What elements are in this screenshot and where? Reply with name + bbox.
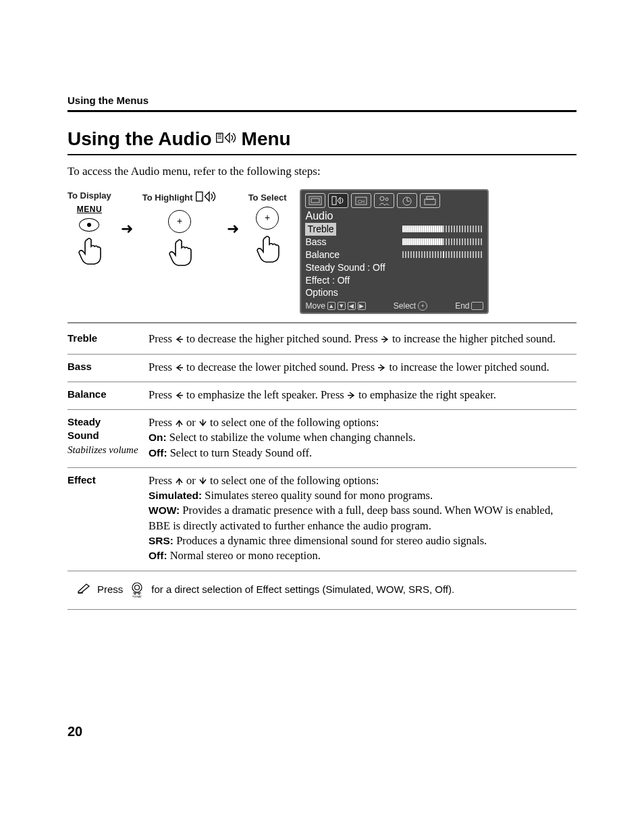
page-title: Using the Audio Menu [68, 128, 576, 150]
osd-title: Audio [305, 210, 483, 222]
audio-menu-icon [216, 128, 238, 150]
tip-note: Press TV/SAT for a direct selection of E… [68, 571, 576, 610]
text: to emphasize the right speaker. [356, 388, 496, 401]
osd-item-label: Bass [305, 236, 326, 249]
desc-steady-sound: Press or to select one of the following … [149, 410, 576, 468]
osd-item-label: Treble [305, 223, 336, 236]
row-effect: Effect Press or to select one of the fol… [68, 467, 576, 571]
nav-ring-icon [256, 207, 279, 230]
arrow-down-key-icon: ▼ [338, 302, 346, 310]
text: to decrease the higher pitched sound. Pr… [184, 332, 381, 345]
osd-tabs: CH [305, 193, 483, 208]
hand-press-icon [252, 234, 283, 265]
option-label: On: [149, 432, 167, 443]
row-steady-sound: Steady Sound Stabilizes volume Press or … [68, 410, 576, 468]
text: to select one of the following options: [207, 416, 379, 429]
menu-button-icon [79, 218, 99, 232]
svg-point-10 [380, 197, 384, 201]
row-balance: Balance Press to emphasize the left spea… [68, 382, 576, 409]
osd-slider [402, 238, 483, 245]
osd-item-options: Options [305, 286, 483, 299]
row-treble: Treble Press to decrease the higher pitc… [68, 326, 576, 354]
row-bass: Bass Press to decrease the lower pitched… [68, 354, 576, 382]
svg-point-18 [132, 583, 142, 592]
osd-item-treble: Treble [305, 223, 483, 236]
desc-balance: Press to emphasize the left speaker. Pre… [149, 382, 576, 409]
text: or [184, 416, 198, 429]
title-post: Menu [242, 128, 291, 150]
arrow-right-icon: ➜ [227, 221, 239, 236]
osd-move-label: Move [305, 301, 325, 311]
osd-tab-timer-icon [397, 193, 417, 208]
step-highlight-head: To Highlight [142, 189, 217, 206]
text: Provides a dramatic presence with a full… [149, 504, 553, 531]
menu-label: MENU [77, 205, 102, 214]
text: to increase the lower pitched sound. [386, 361, 549, 373]
svg-rect-7 [332, 197, 336, 205]
steps-and-osd: To Display MENU ➜ To Highlight [68, 186, 576, 323]
title-rule [68, 154, 576, 155]
osd-panel: CH Audio Treble Bass Balance Steady Soun… [300, 189, 489, 314]
osd-item-label: Steady Sound : Off [305, 261, 385, 274]
osd-tab-audio-icon [328, 193, 348, 208]
option-label: Simulated: [149, 490, 202, 501]
text: Steady [68, 416, 101, 427]
text: Produces a dynamic three dimensional sou… [173, 534, 487, 547]
steps-row: To Display MENU ➜ To Highlight [68, 189, 286, 268]
page-number: 20 [68, 724, 82, 739]
running-header: Using the Menus [68, 95, 576, 106]
step-display-head: To Display [68, 190, 111, 201]
arrow-left-icon [175, 335, 184, 344]
text: Sound [68, 429, 99, 441]
term-bass: Bass [68, 354, 149, 382]
svg-text:TV/SAT: TV/SAT [132, 594, 142, 598]
option-label: WOW: [149, 504, 180, 516]
menu-button-small-icon [471, 302, 483, 310]
note-pencil-icon [77, 583, 92, 596]
svg-rect-16 [427, 197, 433, 199]
term-steady-sound: Steady Sound Stabilizes volume [68, 410, 149, 468]
osd-item-label: Effect : Off [305, 274, 350, 287]
svg-rect-4 [196, 192, 202, 201]
arrow-right-icon: ➜ [121, 221, 133, 236]
text: Press [149, 388, 175, 401]
tip-text: for a direct selection of Effect setting… [151, 583, 454, 595]
tip-press-label: Press [97, 583, 123, 595]
osd-select: Select + [394, 301, 427, 311]
step-highlight: To Highlight [142, 189, 217, 268]
nav-ring-icon [168, 210, 191, 233]
text: Select to stabilize the volume when chan… [167, 431, 416, 444]
osd-slider [402, 226, 483, 232]
arrow-left-key-icon: ◀ [348, 302, 356, 310]
audio-menu-icon-small [196, 189, 217, 206]
intro-text: To access the Audio menu, refer to the f… [68, 165, 576, 178]
osd-footer: Move ▲▼◀▶ Select + End [305, 301, 483, 311]
header-rule [68, 110, 576, 112]
hand-press-icon [74, 236, 105, 267]
text: to decrease the lower pitched sound. Pre… [184, 361, 377, 373]
osd-item-effect: Effect : Off [305, 274, 483, 287]
term-effect: Effect [68, 467, 149, 571]
option-label: SRS: [149, 535, 173, 546]
osd-move: Move ▲▼◀▶ [305, 301, 365, 311]
text: to emphasize the left speaker. Press [184, 388, 347, 401]
step-highlight-label: To Highlight [142, 192, 193, 203]
arrow-right-key-icon: ▶ [358, 302, 366, 310]
svg-rect-6 [311, 199, 319, 203]
osd-slider-balance [402, 251, 483, 258]
arrow-down-icon [198, 419, 207, 427]
osd-item-balance: Balance [305, 249, 483, 261]
svg-rect-15 [425, 199, 435, 205]
term-balance: Balance [68, 382, 149, 409]
arrow-up-icon [175, 477, 184, 486]
text: to increase the higher pitched sound. [390, 332, 556, 345]
step-select: To Select [248, 192, 287, 265]
text: Press [149, 332, 175, 345]
osd-tab-setup-icon [420, 193, 440, 208]
arrow-left-icon [175, 391, 184, 400]
option-label: Off: [149, 447, 167, 459]
text: or [184, 474, 198, 487]
osd-tab-channel-icon: CH [351, 193, 371, 208]
osd-select-label: Select [394, 301, 416, 311]
arrow-down-icon [198, 477, 207, 486]
